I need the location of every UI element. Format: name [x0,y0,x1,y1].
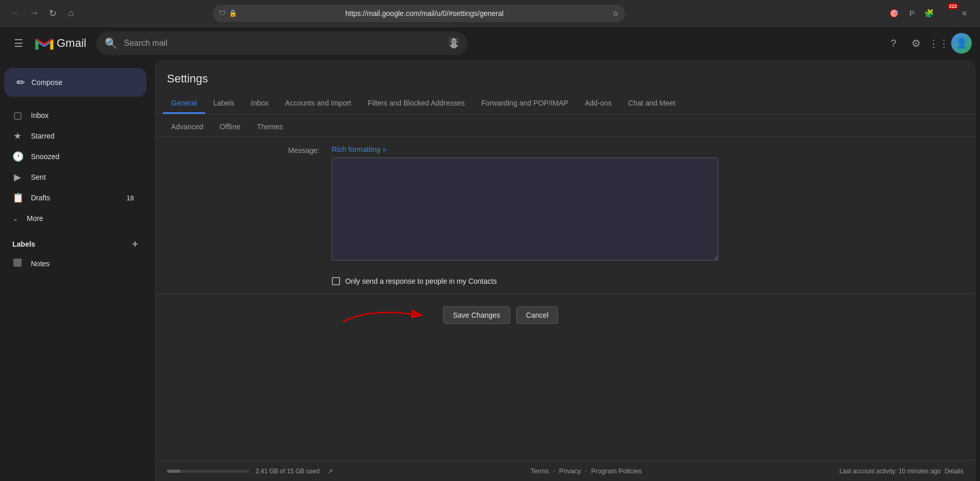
labels-section-text: Labels [12,240,35,248]
top-bar: ☰ Gmail 🔍 Search mail ⛇ ? ⚙ ⋮⋮ 👤 [0,27,980,60]
hamburger-menu-button[interactable]: ☰ [8,33,29,54]
gmail-logo-text: Gmail [57,37,86,50]
tab-inbox[interactable]: Inbox [243,94,277,114]
main-content: ✏ Compose ▢ Inbox ★ Starred 🕐 Snoozed ▶ … [0,60,980,481]
storage-text: 2.41 GB of 15 GB used [256,468,319,475]
privacy-link[interactable]: Privacy [559,467,581,475]
forward-button[interactable]: → [27,6,41,21]
checkbox-row: Only send a response to people in my Con… [155,268,976,294]
tab-general[interactable]: General [163,94,205,114]
sidebar-item-inbox-label: Inbox [31,111,134,119]
search-icon: 🔍 [105,37,117,49]
checkbox-label: Only send a response to people in my Con… [345,277,497,285]
address-bar[interactable]: 🛡 🔒 https://mail.google.com/mail/u/0/#se… [213,5,625,22]
save-changes-button[interactable]: Save Changes [443,306,510,324]
contacts-only-checkbox[interactable] [332,277,340,285]
compose-button[interactable]: ✏ Compose [4,68,146,97]
settings-panel: Settings General Labels Inbox Accounts a… [155,60,976,481]
browser-nav-buttons: ← → ↻ ⌂ [8,6,78,21]
subtab-advanced[interactable]: Advanced [163,118,211,136]
compose-label: Compose [31,78,62,87]
tab-filters[interactable]: Filters and Blocked Addresses [360,94,473,114]
settings-footer: 2.41 GB of 15 GB used ↗ Terms · Privacy … [155,460,976,481]
help-button[interactable]: ? [883,33,904,54]
chevron-down-icon: ⌄ [12,214,19,222]
lock-icon: 🔒 [229,9,237,17]
footer-links: Terms · Privacy · Program Policies [531,467,642,475]
expand-storage-icon[interactable]: ↗ [328,468,333,475]
tab-accounts[interactable]: Accounts and Import [277,94,359,114]
top-bar-right: ? ⚙ ⋮⋮ 👤 [883,33,972,54]
settings-title: Settings [155,60,976,85]
subtab-themes[interactable]: Themes [249,118,292,136]
apps-button[interactable]: ⋮⋮ [928,33,949,54]
inbox-icon: ▢ [12,110,23,121]
sidebar-item-inbox[interactable]: ▢ Inbox [0,105,146,126]
sidebar-item-more-label: More [27,214,43,222]
sidebar-item-starred[interactable]: ★ Starred [0,126,146,146]
drafts-icon: 📋 [12,192,23,203]
address-bar-icons: 🛡 🔒 [219,9,237,17]
sidebar-item-sent-label: Sent [31,173,134,181]
refresh-button[interactable]: ↻ [45,6,60,21]
sidebar-item-drafts[interactable]: 📋 Drafts 18 [0,187,146,208]
message-section-row: Message: Rich formatting » [155,137,976,268]
sidebar-item-notes[interactable]: Notes [0,253,146,274]
settings-subtabs: Advanced Offline Themes [155,114,976,137]
add-label-button[interactable]: + [128,237,142,251]
details-link[interactable]: Details [944,468,964,475]
extensions-icon[interactable]: 🧩 [922,6,937,21]
compose-icon: ✏ [16,76,25,89]
footer-dot-2: · [585,467,587,475]
sidebar-item-notes-label: Notes [31,260,134,268]
cancel-button[interactable]: Cancel [516,306,559,324]
search-placeholder-text: Search mail [124,39,167,48]
home-button[interactable]: ⌂ [64,6,78,21]
sidebar-item-snoozed-label: Snoozed [31,152,134,161]
rich-formatting-link[interactable]: Rich formatting » [332,143,964,156]
message-textarea[interactable] [332,158,718,261]
sidebar-item-sent[interactable]: ▶ Sent [0,167,146,187]
browser-right-icons: 🎯 P 🧩 ≡ [887,6,972,21]
pocket-icon[interactable]: 🎯 [887,6,902,21]
tab-forwarding[interactable]: Forwarding and POP/IMAP [473,94,577,114]
sidebar-item-drafts-label: Drafts [31,194,119,202]
action-buttons: Save Changes Cancel [338,302,558,328]
search-bar[interactable]: 🔍 Search mail ⛇ [96,31,467,55]
clock-icon: 🕐 [12,151,23,162]
shield-icon: 🛡 [219,9,226,17]
sidebar-item-more[interactable]: ⌄ More [0,208,146,229]
tab-addons[interactable]: Add-ons [577,94,620,114]
settings-content-scroll: Message: Rich formatting » Only send a r… [155,137,976,460]
message-value: Rich formatting » [332,143,964,262]
notes-icon [12,259,23,269]
tab-chat[interactable]: Chat and Meet [620,94,684,114]
app-container: ☰ Gmail 🔍 Search mail ⛇ ? ⚙ ⋮⋮ 👤 [0,27,980,481]
tab-labels[interactable]: Labels [205,94,243,114]
gmail-logo[interactable]: Gmail [35,37,86,50]
subtab-offline[interactable]: Offline [211,118,248,136]
avatar[interactable]: 👤 [951,33,972,54]
back-button[interactable]: ← [8,6,23,21]
search-filter-icon[interactable]: ⛇ [449,38,459,49]
storage-bar [167,470,249,473]
sidebar-item-starred-label: Starred [31,132,134,140]
star-icon[interactable]: ☆ [612,9,619,18]
star-icon: ★ [12,130,23,142]
browser-menu-icon[interactable]: ≡ [957,6,972,21]
sidebar: ✏ Compose ▢ Inbox ★ Starred 🕐 Snoozed ▶ … [0,60,155,481]
terms-link[interactable]: Terms [531,467,549,475]
extensions-badge[interactable] [940,6,954,21]
checkbox-value: Only send a response to people in my Con… [332,277,497,285]
program-policies-link[interactable]: Program Policies [591,467,641,475]
sidebar-labels-section: Labels + [0,229,155,253]
sidebar-item-snoozed[interactable]: 🕐 Snoozed [0,146,146,167]
sidebar-item-drafts-badge: 18 [127,194,134,202]
activity-text: Last account activity: 10 minutes ago [839,468,941,475]
message-textarea-wrap [332,158,718,262]
storage-bar-fill [167,470,180,473]
profile-icon[interactable]: P [905,6,919,21]
address-text: https://mail.google.com/mail/u/0/#settin… [241,9,608,18]
browser-chrome: ← → ↻ ⌂ 🛡 🔒 https://mail.google.com/mail… [0,0,980,27]
settings-button[interactable]: ⚙ [906,33,926,54]
